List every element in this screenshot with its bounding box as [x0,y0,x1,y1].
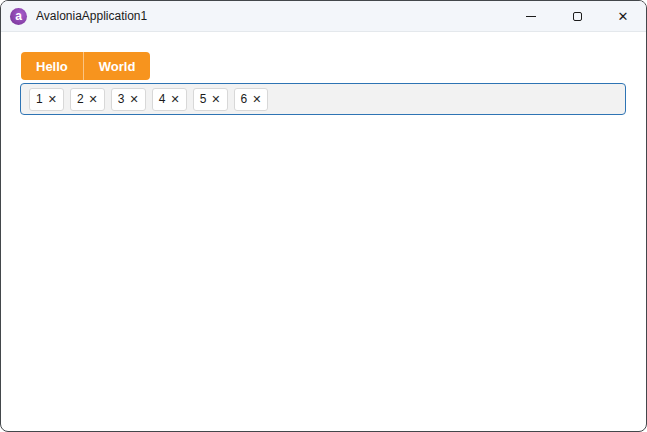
avalonia-logo-icon: a [10,8,27,25]
tab-strip: Hello World [21,52,150,80]
chip: 2 ✕ [70,88,105,111]
chip: 6 ✕ [234,88,269,111]
close-icon: ✕ [618,10,629,23]
tab-item[interactable]: World [83,52,151,80]
chip: 1 ✕ [29,88,64,111]
chip-input-box[interactable]: 1 ✕ 2 ✕ 3 ✕ 4 ✕ 5 [20,83,626,115]
content-area: Hello World 1 ✕ 2 ✕ 3 ✕ [1,32,646,115]
chip-label: 2 [77,93,84,105]
chip-close-button[interactable]: ✕ [252,94,261,105]
chip-label: 1 [36,93,43,105]
maximize-icon [573,12,582,21]
chip-label: 3 [118,93,125,105]
minimize-icon [526,16,536,17]
chip-close-button[interactable]: ✕ [211,94,220,105]
tab-item[interactable]: Hello [21,52,83,80]
chip-close-button[interactable]: ✕ [48,94,57,105]
app-window: a AvaloniaApplication1 ✕ Hello World [0,0,647,432]
chip: 3 ✕ [111,88,146,111]
maximize-button[interactable] [554,1,600,31]
chip: 5 ✕ [193,88,228,111]
chip-label: 5 [200,93,207,105]
chip-close-button[interactable]: ✕ [170,94,179,105]
chip-close-button[interactable]: ✕ [89,94,98,105]
titlebar[interactable]: a AvaloniaApplication1 ✕ [1,1,646,32]
minimize-button[interactable] [508,1,554,31]
chip-label: 4 [159,93,166,105]
chip-close-button[interactable]: ✕ [130,94,139,105]
window-buttons: ✕ [508,1,646,31]
close-button[interactable]: ✕ [600,1,646,31]
chip: 4 ✕ [152,88,187,111]
chip-label: 6 [241,93,248,105]
window-title: AvaloniaApplication1 [36,9,508,23]
